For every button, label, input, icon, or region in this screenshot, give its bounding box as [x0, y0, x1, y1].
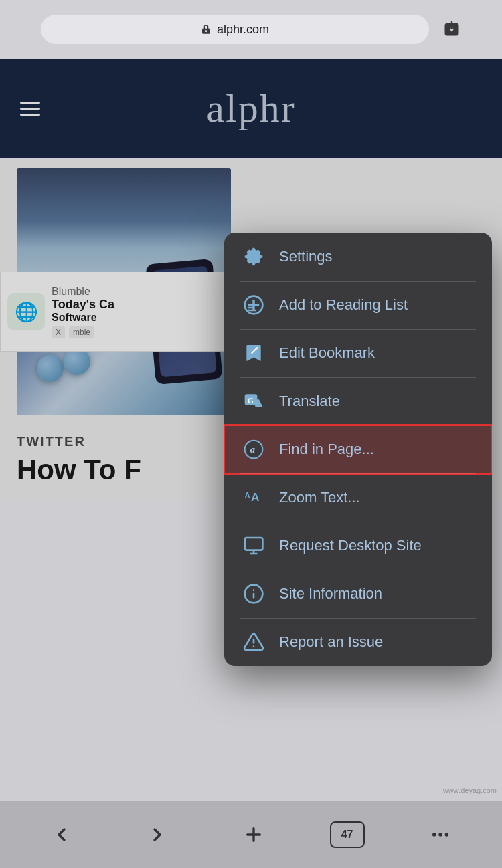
svg-text:A: A	[245, 491, 250, 499]
menu-item-settings[interactable]: Settings	[224, 233, 492, 281]
site-information-label: Site Information	[279, 585, 382, 603]
add-reading-list-label: Add to Reading List	[279, 296, 408, 314]
menu-item-zoom-text[interactable]: A A Zoom Text...	[224, 473, 492, 522]
bookmark-icon	[240, 340, 267, 366]
zoom-text-label: Zoom Text...	[279, 489, 360, 506]
share-button[interactable]	[442, 19, 461, 40]
desktop-icon	[240, 532, 267, 559]
url-text: alphr.com	[217, 23, 269, 37]
add-reading-list-icon	[240, 292, 267, 318]
menu-item-request-desktop[interactable]: Request Desktop Site	[224, 522, 492, 570]
svg-point-21	[253, 646, 254, 647]
share-icon	[442, 19, 461, 38]
translate-label: Translate	[279, 393, 340, 410]
edit-bookmark-label: Edit Bookmark	[279, 344, 375, 362]
gear-icon	[240, 243, 267, 270]
warning-icon	[240, 629, 267, 655]
menu-item-report-issue[interactable]: Report an Issue	[224, 618, 492, 666]
context-menu-overlay[interactable]: Settings Add to Reading List	[0, 59, 502, 868]
svg-rect-14	[245, 538, 263, 550]
menu-item-edit-bookmark[interactable]: Edit Bookmark	[224, 329, 492, 377]
request-desktop-label: Request Desktop Site	[279, 537, 422, 554]
find-in-page-icon: a	[240, 436, 267, 463]
menu-item-translate[interactable]: G Translate	[224, 377, 492, 425]
lock-icon	[201, 24, 212, 35]
menu-item-site-information[interactable]: Site Information	[224, 570, 492, 618]
svg-point-7	[256, 348, 258, 350]
address-bar[interactable]: alphr.com	[41, 15, 429, 44]
find-in-page-label: Find in Page...	[279, 441, 374, 458]
translate-icon: G	[240, 388, 267, 415]
info-icon	[240, 580, 267, 607]
svg-text:A: A	[251, 490, 260, 504]
menu-item-add-reading-list[interactable]: Add to Reading List	[224, 281, 492, 329]
settings-label: Settings	[279, 248, 333, 265]
svg-point-19	[253, 590, 254, 590]
zoom-text-icon: A A	[240, 484, 267, 511]
menu-item-find-in-page[interactable]: a Find in Page...	[224, 425, 492, 473]
context-menu: Settings Add to Reading List	[224, 233, 492, 666]
browser-top-bar: alphr.com	[0, 0, 502, 59]
svg-text:a: a	[250, 444, 255, 455]
report-issue-label: Report an Issue	[279, 633, 383, 651]
